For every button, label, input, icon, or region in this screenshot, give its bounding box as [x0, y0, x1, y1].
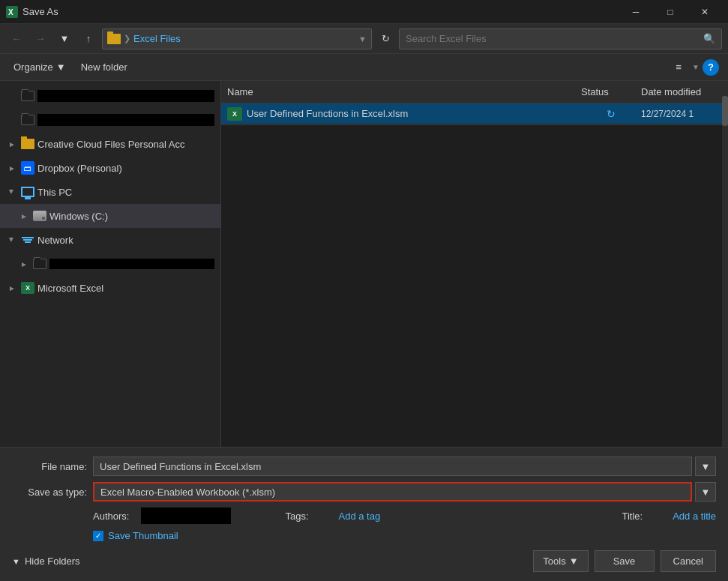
- network-icon: [21, 235, 34, 245]
- save-as-type-row: Save as type: ▼: [12, 482, 716, 502]
- sidebar-item-label: [37, 114, 214, 126]
- sidebar: ► Creative Cloud Files Personal Acc ► 🗃 …: [0, 81, 221, 447]
- toolbar-right: ≡ ▼ ?: [668, 57, 719, 78]
- title-link[interactable]: Add a title: [673, 511, 716, 522]
- maximize-button[interactable]: □: [653, 0, 688, 24]
- hide-folders-button[interactable]: ▼ Hide Folders: [12, 556, 80, 567]
- sidebar-item-label: Microsoft Excel: [37, 283, 214, 294]
- help-button[interactable]: ?: [703, 59, 719, 76]
- chevron-icon: ►: [18, 258, 30, 270]
- authors-value: [141, 508, 231, 524]
- thumbnail-row: ✓ Save Thumbnail: [12, 530, 716, 541]
- toolbar: Organize ▼ New folder ≡ ▼ ?: [0, 54, 728, 81]
- view-button[interactable]: ≡: [668, 57, 689, 78]
- window-controls: ─ □ ✕: [619, 0, 722, 24]
- table-row[interactable]: X User Defined Functions in Excel.xlsm ↻…: [221, 103, 722, 124]
- authors-label: Authors:: [93, 511, 129, 522]
- column-date-modified: Date modified: [641, 86, 716, 97]
- cancel-button[interactable]: Cancel: [661, 550, 716, 572]
- check-icon: ✓: [95, 532, 101, 540]
- folder-icon: [21, 115, 34, 125]
- path-breadcrumb: Excel Files: [133, 33, 181, 44]
- sidebar-item-label: Windows (C:): [49, 211, 214, 222]
- folder-icon: [21, 139, 34, 149]
- sidebar-item-windows-c[interactable]: ► Windows (C:): [0, 204, 220, 228]
- chevron-icon: ►: [18, 210, 30, 222]
- up-button[interactable]: ↑: [78, 28, 99, 49]
- file-name-dropdown[interactable]: ▼: [695, 457, 716, 476]
- minimize-button[interactable]: ─: [619, 0, 653, 24]
- file-status: ↻: [581, 108, 641, 120]
- tags-label: Tags:: [285, 511, 308, 522]
- svg-text:X: X: [8, 8, 13, 16]
- file-list-header: Name Status Date modified: [221, 81, 722, 103]
- excel-icon: X: [21, 282, 34, 294]
- sidebar-item-folder2[interactable]: [0, 108, 220, 132]
- excel-file-icon: X: [227, 107, 242, 121]
- dropdown-button[interactable]: ▼: [54, 28, 75, 49]
- window-title: Save As: [22, 6, 619, 17]
- column-name: Name: [227, 86, 581, 97]
- search-box[interactable]: 🔍: [399, 28, 722, 49]
- organize-button[interactable]: Organize ▼: [9, 58, 70, 76]
- save-thumbnail-label: Save Thumbnail: [108, 530, 178, 541]
- hide-folders-chevron: ▼: [12, 557, 20, 566]
- title-label: Title:: [622, 511, 643, 522]
- sidebar-item-label: [49, 259, 214, 269]
- sidebar-item-this-pc[interactable]: ► This PC: [0, 180, 220, 204]
- sync-icon: ↻: [607, 108, 616, 120]
- path-folder-icon: [107, 34, 121, 44]
- forward-button[interactable]: →: [30, 28, 51, 49]
- bottom-actions: ▼ Hide Folders Tools ▼ Save Cancel: [12, 550, 716, 572]
- path-bar[interactable]: ❯ Excel Files ▼: [102, 28, 372, 49]
- view-dropdown-icon[interactable]: ▼: [692, 63, 700, 71]
- tags-link[interactable]: Add a tag: [339, 511, 381, 522]
- back-button[interactable]: ←: [6, 28, 27, 49]
- sidebar-item-network-item[interactable]: ►: [0, 252, 220, 276]
- chevron-icon: [6, 90, 18, 102]
- chevron-icon: ►: [6, 138, 18, 150]
- sidebar-item-label: Dropbox (Personal): [37, 163, 214, 174]
- path-dropdown-chevron[interactable]: ▼: [358, 34, 367, 43]
- sidebar-item-microsoft-excel[interactable]: ► X Microsoft Excel: [0, 276, 220, 300]
- sidebar-item-folder1[interactable]: [0, 84, 220, 108]
- refresh-button[interactable]: ↻: [375, 28, 396, 49]
- meta-row: Authors: Tags: Add a tag Title: Add a ti…: [12, 508, 716, 524]
- organize-label: Organize: [13, 61, 53, 73]
- column-status: Status: [581, 86, 641, 97]
- preview-area: [221, 124, 722, 125]
- sidebar-item-dropbox[interactable]: ► 🗃 Dropbox (Personal): [0, 156, 220, 180]
- chevron-icon: ►: [6, 282, 18, 294]
- checkbox[interactable]: ✓: [93, 531, 103, 541]
- app-icon: X: [6, 6, 18, 18]
- file-name-input[interactable]: [93, 457, 692, 476]
- save-as-type-dropdown[interactable]: ▼: [695, 482, 716, 502]
- navigation-bar: ← → ▼ ↑ ❯ Excel Files ▼ ↻ 🔍: [0, 24, 728, 54]
- hide-folders-label: Hide Folders: [25, 556, 80, 567]
- close-button[interactable]: ✕: [688, 0, 722, 24]
- sidebar-item-creative-cloud[interactable]: ► Creative Cloud Files Personal Acc: [0, 132, 220, 156]
- search-icon: 🔍: [703, 33, 715, 44]
- title-bar: X Save As ─ □ ✕: [0, 0, 728, 24]
- chevron-icon: ►: [6, 162, 18, 174]
- save-as-type-input[interactable]: [93, 482, 692, 502]
- sidebar-item-network[interactable]: ► Network: [0, 228, 220, 252]
- sidebar-item-label: Network: [37, 235, 214, 246]
- new-folder-button[interactable]: New folder: [76, 58, 132, 76]
- scrollbar-thumb[interactable]: [722, 96, 728, 126]
- file-name-row: File name: ▼: [12, 457, 716, 476]
- sidebar-item-label: Creative Cloud Files Personal Acc: [37, 139, 214, 150]
- folder-icon: [33, 259, 46, 269]
- dropbox-icon: 🗃: [21, 161, 34, 175]
- main-scrollbar[interactable]: [722, 81, 728, 447]
- tools-button[interactable]: Tools ▼: [533, 550, 588, 572]
- new-folder-label: New folder: [81, 61, 127, 73]
- bottom-bar: File name: ▼ Save as type: ▼ Authors: Ta…: [0, 447, 728, 581]
- organize-dropdown-icon: ▼: [56, 61, 66, 73]
- sidebar-item-label: This PC: [37, 187, 214, 198]
- save-button[interactable]: Save: [595, 550, 655, 572]
- save-thumbnail-checkbox[interactable]: ✓ Save Thumbnail: [93, 530, 178, 541]
- monitor-icon: [21, 187, 34, 197]
- file-panel: Name Status Date modified X User Defined…: [221, 81, 722, 447]
- search-input[interactable]: [406, 33, 700, 44]
